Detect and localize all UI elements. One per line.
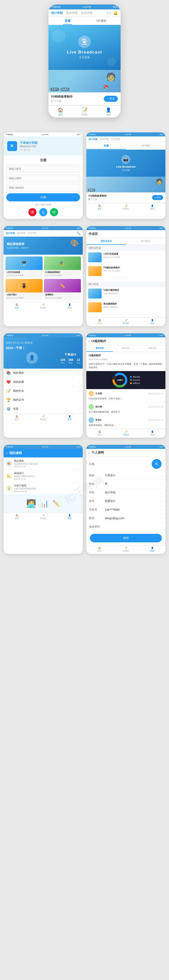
- ps-tab-art[interactable]: 美术学院: [100, 138, 109, 141]
- pi-pwd-row[interactable]: 修改密码 ›: [86, 523, 166, 531]
- mc-course-1[interactable]: 🎨 精品课程 精品课程系统学习每日更新 2019-5-12 17 ›: [3, 457, 83, 470]
- ps-live-tab[interactable]: 直播: [86, 143, 126, 150]
- course-card-4[interactable]: ✏️ 暗调制作 2019-5-31 21:35发布: [44, 279, 81, 300]
- pi-avatar-container: K: [105, 459, 162, 469]
- reg-status-bar: 中国电信 1:43 PM 80%: [3, 132, 83, 137]
- course-card-2[interactable]: 🎭 PS精品效果制作 2017-5-31 21:35发布: [44, 256, 81, 278]
- wechat-login-button[interactable]: W: [50, 208, 58, 216]
- popular-item-1[interactable]: UI设计规范制作 UI设计规范的使用...: [88, 289, 164, 301]
- mc-nav-hw[interactable]: 📝 作业区: [30, 514, 56, 520]
- pi-email-row[interactable]: 邮箱 design@qq.com ›: [86, 514, 166, 523]
- ui-nav-hw[interactable]: 📝 作业区: [113, 430, 139, 436]
- reg-signal: 中国电信: [6, 133, 13, 136]
- menu-my-courses[interactable]: 📚 我的课程 ›: [3, 369, 83, 378]
- pi-back-icon[interactable]: ‹: [89, 451, 90, 455]
- notification-icon[interactable]: 🔔: [113, 11, 118, 15]
- pi-academy-row[interactable]: 学院 设计学院 ›: [86, 488, 166, 497]
- pi-name-row[interactable]: 昵称 千库设计 ›: [86, 471, 166, 480]
- ps-vip-tab[interactable]: VIP课程: [126, 143, 166, 150]
- ps-tab-design[interactable]: 设计学院: [89, 138, 98, 141]
- ps-status-bar: 中国电信 1:43 PM 80%: [86, 132, 166, 137]
- cl-nav-home[interactable]: 🏠 首页: [3, 304, 30, 309]
- message-icon[interactable]: ✉️: [106, 11, 111, 15]
- hw-item-1[interactable]: 1月行乐实战课 2019-5-31 21:35发布: [88, 252, 164, 264]
- ps-tab-life[interactable]: 生活学院: [111, 138, 120, 141]
- tab-design[interactable]: 设计学院: [51, 11, 63, 15]
- register-button[interactable]: 注册: [6, 193, 80, 201]
- weibo-login-button[interactable]: 微: [28, 208, 37, 216]
- ps-nav-profile[interactable]: 👤 我的: [139, 205, 166, 210]
- mc-course-3[interactable]: 💡 UI设计规范 UI设计规范使用最新版本 2019-10-31 21 ›: [3, 482, 83, 495]
- ps-nav-home[interactable]: 🏠 首页: [86, 205, 113, 210]
- mc-nav-me[interactable]: 👤 我的: [56, 514, 83, 520]
- prof-home-icon: 🏠: [16, 415, 18, 418]
- tab-art[interactable]: 美术学院: [66, 11, 78, 15]
- pi-nav-home[interactable]: 🏠 首页: [86, 547, 113, 552]
- hw-tab2[interactable]: 热门作品: [126, 238, 166, 245]
- nav-homework[interactable]: 📝 作业区: [72, 107, 97, 116]
- course-card-1[interactable]: 🖥️ 1月行乐实战课 2019-5-31 21:35发布: [5, 256, 43, 278]
- menu-my-cert[interactable]: 🏆 我的证书 ›: [3, 396, 83, 404]
- menu-my-homework[interactable]: 📝 我的作业 ›: [3, 387, 83, 396]
- password-input[interactable]: [6, 174, 80, 182]
- follow-count: 128: [60, 358, 65, 361]
- hw-nav-me[interactable]: 👤 我的: [139, 319, 166, 325]
- pi-save-button[interactable]: 保存: [90, 534, 162, 542]
- pi-gender-row[interactable]: 性别 男 ›: [86, 480, 166, 488]
- pi-nav-me[interactable]: 👤 我的: [139, 547, 166, 552]
- cl-tab2[interactable]: 美术学院: [17, 232, 26, 235]
- prof-nav-me[interactable]: 👤 我的: [56, 415, 83, 421]
- dot-indicator-3: ●: [27, 149, 31, 151]
- disc-name-2: 设计师: [95, 405, 102, 409]
- username-input[interactable]: [6, 165, 80, 173]
- mc-nav-home[interactable]: 🏠 首页: [3, 514, 30, 520]
- cl-nav-hw[interactable]: 📝 作业区: [30, 304, 56, 309]
- course-thumb-2: 🎭: [44, 256, 81, 270]
- prof-nav-hw[interactable]: 📝 作业区: [30, 415, 56, 421]
- pi-sig-row[interactable]: 签名 热爱设计 ›: [86, 497, 166, 506]
- mc-course-2[interactable]: 📐 基础设计 基础设计课程实战系列 2019-6-12 17 ›: [3, 470, 83, 482]
- menu-my-favorites[interactable]: ❤️ 我的收藏 ›: [3, 378, 83, 387]
- hw-menu-icon: 📝: [6, 389, 11, 393]
- legend-label-2: 评论讨论: [133, 379, 140, 382]
- qq-login-button[interactable]: Q: [39, 208, 47, 216]
- ui-tab-discuss[interactable]: 评论讨论: [113, 345, 139, 352]
- popular-item-2[interactable]: 商业插画制作 插画设计基础知识...: [88, 302, 164, 314]
- cl-tab3[interactable]: 生活学院: [27, 232, 37, 235]
- profile-info: 千库设计 128 关注 368 粉丝 12 作品: [60, 353, 80, 364]
- tab-vip[interactable]: VIP课程: [85, 17, 118, 25]
- ps-figure: 🧑: [156, 178, 163, 185]
- hw-items-section: 1月行乐实战课 2019-5-31 21:35发布 PS精品效果制作 2017-…: [86, 251, 166, 281]
- ui-back-icon[interactable]: ‹: [89, 339, 90, 343]
- tab-broadcast[interactable]: 直播: [51, 17, 85, 25]
- ui-tab-detail[interactable]: 课程详情: [86, 345, 113, 352]
- prof-nav-home[interactable]: 🏠 首页: [3, 415, 30, 421]
- follow-button[interactable]: + 关注: [104, 96, 118, 102]
- menu-settings[interactable]: ⚙️ 设置 ›: [3, 404, 83, 414]
- verify-input[interactable]: [6, 184, 80, 191]
- hw-nav-hw[interactable]: 📝 作业区: [113, 319, 139, 325]
- hw-tab1[interactable]: 优学乐作业: [86, 238, 126, 245]
- ui-tab-excellent[interactable]: 优秀作业: [139, 345, 166, 352]
- cl-tab1[interactable]: 设计学院: [6, 232, 15, 235]
- nav-home[interactable]: 🏠 首页: [48, 107, 72, 116]
- hw-item-2[interactable]: PS精品效果制作 2017-5-31 21:35发布: [88, 266, 164, 278]
- mc-text-3: UI设计规范 UI设计规范使用最新版本 2019-10-31 21: [14, 484, 36, 492]
- ps-follow-btn[interactable]: + 关注: [152, 195, 163, 200]
- cl-search-icon[interactable]: 🔍: [77, 232, 80, 235]
- ps-bottom-nav: 🏠 首页 📝 作业区 👤 我的: [86, 203, 166, 212]
- pi-avatar-row[interactable]: 头像 K ›: [86, 457, 166, 471]
- mc-name-2: 基础设计: [14, 472, 34, 475]
- pi-status-bar: 中国电信 1:43 PM 80%: [86, 445, 166, 449]
- ps-nav-hw[interactable]: 📝 作业区: [113, 205, 139, 210]
- hw-nav-home[interactable]: 🏠 首页: [86, 319, 113, 325]
- pi-nav-hw[interactable]: 📝 作业区: [113, 547, 139, 552]
- tab-life[interactable]: 生活学院: [81, 11, 93, 15]
- course-card-3[interactable]: 📱 UI设计简介 2019-5-31 21:35发布: [5, 279, 43, 300]
- mc-back-icon[interactable]: ‹: [6, 451, 7, 455]
- ui-nav-home[interactable]: 🏠 首页: [86, 430, 113, 436]
- cl-nav-me[interactable]: 👤 我的: [56, 304, 83, 309]
- ui-nav-me[interactable]: 👤 我的: [139, 430, 166, 436]
- nav-profile[interactable]: 👤 我的: [97, 107, 121, 116]
- pi-phone-row[interactable]: 手机号 138****8888 ›: [86, 506, 166, 514]
